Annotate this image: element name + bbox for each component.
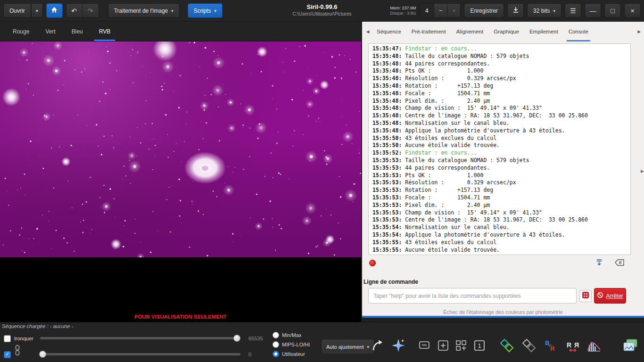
- layers-teal-icon: [500, 338, 514, 354]
- radio-user[interactable]: Utilisateur: [272, 351, 305, 357]
- tab-scroll-left-icon[interactable]: ◀: [364, 22, 372, 41]
- undo-button[interactable]: ↶: [66, 3, 83, 18]
- layers-teal-button[interactable]: [499, 338, 515, 354]
- minimize-button[interactable]: —: [585, 3, 601, 18]
- console-line: 15:35:48: Champ de vision : 15' 49.14" x…: [372, 105, 627, 112]
- console-line: 15:35:48: Résolution : 0.329 arcsec/px: [372, 75, 627, 82]
- clear-log-button[interactable]: [614, 259, 625, 268]
- console-log[interactable]: 15:35:47: Findstar : en cours...15:35:48…: [368, 43, 631, 255]
- console-line: 15:35:53: 44 paires correspondantes.: [372, 165, 627, 172]
- link-icon[interactable]: [14, 345, 21, 358]
- grid-plus-icon: [455, 339, 467, 354]
- close-icon: ×: [630, 7, 634, 15]
- console-line: 15:35:48: Pixel dim. : 2.40 µm: [372, 98, 627, 105]
- image-processing-label: Traitement de l'image: [114, 8, 168, 14]
- tab-blue[interactable]: Bleu: [64, 22, 91, 41]
- bit-depth-label: 32 bits: [533, 8, 550, 14]
- tab-scroll-right-icon[interactable]: ▶: [636, 22, 643, 41]
- log-record-indicator[interactable]: [369, 260, 376, 266]
- auto-adjust-select[interactable]: Auto ajustement ▾: [321, 339, 374, 354]
- thread-minus-button[interactable]: −: [434, 4, 447, 17]
- tab-console[interactable]: Console: [563, 22, 594, 41]
- mirror-button[interactable]: RЯ: [565, 338, 581, 354]
- save-button[interactable]: Enregistrer: [464, 3, 504, 18]
- star-detection-button[interactable]: [390, 338, 406, 354]
- mirror-letters-icon: RЯ: [565, 338, 581, 354]
- low-checkbox[interactable]: [4, 351, 11, 358]
- layers-gray-icon: [522, 338, 536, 354]
- bit-depth-select[interactable]: 32 bits ▾: [527, 3, 561, 18]
- command-input[interactable]: [368, 288, 577, 304]
- siril-window: Ouvrir ▾ ↶ ↷ Traitement de l'image ▾ Scr…: [0, 0, 644, 362]
- image-canvas[interactable]: [0, 41, 361, 257]
- export-log-button[interactable]: [594, 259, 604, 268]
- console-line: 15:35:52: Findstar : en cours...: [372, 149, 627, 157]
- tab-stacking[interactable]: Empilement: [524, 22, 563, 41]
- tab-rgb[interactable]: RVB: [91, 22, 118, 41]
- maximize-button[interactable]: □: [604, 3, 621, 18]
- console-line: 15:35:54: Normalisation sur le canal ble…: [372, 224, 627, 231]
- tab-alignment[interactable]: Alignement: [451, 22, 489, 41]
- image-processing-menu-button[interactable]: Traitement de l'image ▾: [108, 3, 180, 18]
- low-slider[interactable]: [40, 353, 240, 355]
- redo-icon: ↷: [88, 7, 93, 15]
- add-grid-button[interactable]: [435, 338, 451, 354]
- open-dropdown-button[interactable]: ▾: [31, 3, 43, 18]
- console-line: 15:35:53: Champ de vision : 15' 49.14" x…: [372, 209, 627, 217]
- curved-arrow-button[interactable]: [369, 338, 385, 354]
- scripts-menu-button[interactable]: Scripts ▾: [188, 3, 223, 18]
- panel-expand-handle[interactable]: ▶: [641, 169, 644, 173]
- histogram-button[interactable]: [586, 338, 602, 354]
- tab-graph[interactable]: Graphique: [488, 22, 524, 41]
- high-slider-handle[interactable]: [233, 335, 240, 342]
- titlebar: Ouvrir ▾ ↶ ↷ Traitement de l'image ▾ Scr…: [0, 0, 644, 22]
- thread-count-value[interactable]: 4: [420, 4, 434, 17]
- command-helper-button[interactable]: [579, 290, 592, 302]
- mosaic-grid-button[interactable]: [453, 338, 469, 354]
- truncate-checkbox[interactable]: [4, 335, 11, 342]
- image-list-button[interactable]: [622, 338, 638, 354]
- tab-sequence[interactable]: Séquence: [372, 22, 406, 41]
- histogram-icon: [586, 338, 602, 354]
- tab-green[interactable]: Vert: [37, 22, 63, 41]
- stop-label: Arrêter: [606, 293, 623, 299]
- save-as-button[interactable]: [507, 3, 524, 18]
- radio-icon: [272, 341, 279, 348]
- console-line: 15:35:53: Résolution : 0.329 arcsec/px: [372, 179, 627, 187]
- layers-gray-button[interactable]: [521, 338, 537, 354]
- tab-pretreatment[interactable]: Pré-traitement: [406, 22, 451, 41]
- first-frame-button[interactable]: 1: [471, 338, 487, 354]
- auto-adjust-label: Auto ajustement: [326, 344, 364, 350]
- home-button[interactable]: [46, 3, 63, 18]
- message-square-button[interactable]: [416, 338, 432, 354]
- console-line: 15:35:53: Focale : 1504.71 mm: [372, 194, 627, 202]
- high-slider[interactable]: [40, 337, 240, 339]
- menu-button[interactable]: ☰: [565, 3, 581, 18]
- export-log-icon: [595, 258, 603, 269]
- thread-plus-button[interactable]: +: [447, 4, 460, 17]
- channel-tabs: Rouge Vert Bleu RVB: [0, 22, 361, 41]
- chevron-down-icon: ▾: [553, 8, 555, 13]
- scripts-label: Scripts: [194, 8, 211, 14]
- radio-mips-lohi[interactable]: MIPS-LO/HI: [272, 341, 310, 348]
- console-line: 15:35:53: Taille du catalogue NOMAD : 57…: [372, 157, 627, 165]
- stop-icon: [597, 292, 603, 300]
- console-line: 15:35:48: Focale : 1504.71 mm: [372, 90, 627, 98]
- low-value: 0: [248, 352, 251, 357]
- app-title: Siril-0.99.6: [292, 3, 351, 10]
- minimize-icon: —: [590, 7, 596, 15]
- home-icon: [50, 6, 58, 15]
- redo-button[interactable]: ↷: [83, 3, 99, 18]
- undo-redo-group: ↶ ↷: [66, 3, 99, 18]
- console-line: 15:35:53: Centre de l'image : RA: 18 53 …: [372, 216, 627, 224]
- stop-button[interactable]: Arrêter: [594, 288, 626, 304]
- tab-red[interactable]: Rouge: [5, 22, 37, 41]
- console-line: 15:35:48: Rotation : +157.13 deg: [372, 82, 627, 90]
- close-button[interactable]: ×: [624, 3, 641, 18]
- rgb-composition-button[interactable]: BR: [542, 338, 558, 354]
- open-split-button: Ouvrir ▾: [3, 3, 43, 18]
- open-button[interactable]: Ouvrir: [3, 3, 31, 18]
- low-slider-handle[interactable]: [39, 351, 46, 358]
- radio-minmax[interactable]: Min/Max: [272, 332, 302, 338]
- image-stack-icon: [622, 338, 638, 354]
